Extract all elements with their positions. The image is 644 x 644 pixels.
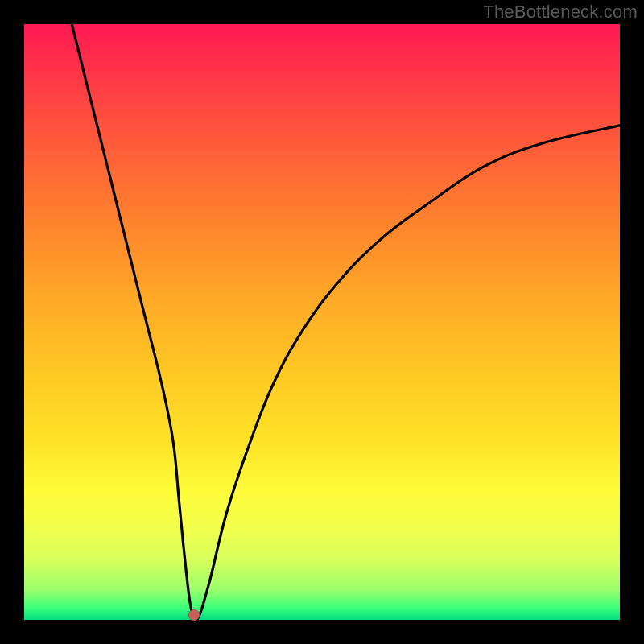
plot-area [24,24,620,620]
attribution-text: TheBottleneck.com [483,2,638,23]
minimum-marker [188,609,200,621]
curve-svg [24,24,620,620]
chart-frame: TheBottleneck.com [0,0,644,644]
curve-path [72,24,620,621]
